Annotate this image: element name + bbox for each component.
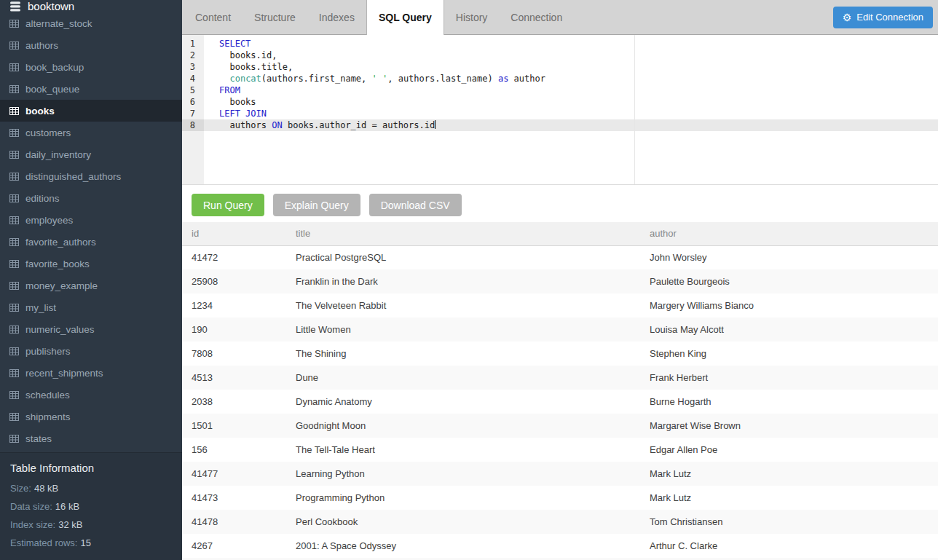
table-name: daily_inventory [25,149,91,160]
table-name: book_backup [25,62,84,73]
table-name: money_example [25,280,98,291]
gear-icon: ⚙ [843,12,852,23]
table-icon [9,282,19,290]
sidebar-item-editions[interactable]: editions [0,187,182,209]
run-query-button[interactable]: Run Query [192,194,264,216]
sidebar-item-publishers[interactable]: publishers [0,340,182,362]
table-name: shipments [25,411,71,422]
table-name: distinguished_authors [25,171,121,182]
sidebar-item-employees[interactable]: employees [0,209,182,231]
database-selector[interactable]: booktown [0,0,182,12]
table-row[interactable]: 2038Dynamic AnatomyBurne Hogarth [182,390,938,414]
sidebar-item-schedules[interactable]: schedules [0,384,182,406]
line-number: 2 [182,50,204,61]
code-line: books.id, [204,50,938,61]
sidebar-item-my_list[interactable]: my_list [0,296,182,318]
table-row[interactable]: 41478Perl CookbookTom Christiansen [182,510,938,534]
tab-content[interactable]: Content [184,0,243,34]
column-header-author[interactable]: author [640,222,938,245]
code-line: books [204,96,938,108]
sidebar-item-book_queue[interactable]: book_queue [0,78,182,100]
stat-data-size: Data size:16 kB [10,501,172,512]
tab-sql-query[interactable]: SQL Query [366,0,444,35]
stat-estimated-rows: Estimated rows:15 [10,537,172,548]
table-row[interactable]: 25908Franklin in the DarkPaulette Bourge… [182,269,938,293]
sidebar-item-shipments[interactable]: shipments [0,406,182,427]
sidebar-item-states[interactable]: states [0,427,182,449]
table-row[interactable]: 4513DuneFrank Herbert [182,366,938,390]
table-row[interactable]: 41477Learning PythonMark Lutz [182,462,938,486]
sidebar-item-authors[interactable]: authors [0,34,182,56]
sidebar-item-favorite_books[interactable]: favorite_books [0,253,182,275]
table-icon [9,216,19,224]
table-row[interactable]: 42672001: A Space OdysseyArthur C. Clark… [182,534,938,558]
table-name: publishers [25,346,71,357]
table-icon [9,194,19,202]
table-name: book_queue [25,84,79,95]
line-number: 5 [182,84,204,96]
line-number: 4 [182,73,204,84]
table-icon [9,20,19,28]
table-icon [9,107,19,115]
sidebar-item-book_backup[interactable]: book_backup [0,56,182,78]
table-name: books [25,106,55,117]
table-icon [9,369,19,377]
table-row[interactable]: 1234The Velveteen RabbitMargery Williams… [182,293,938,318]
code-line: SELECT [204,38,938,50]
table-row[interactable]: 190Little WomenLouisa May Alcott [182,318,938,342]
tab-bar: Content Structure Indexes SQL Query Hist… [182,0,938,35]
sidebar-item-daily_inventory[interactable]: daily_inventory [0,143,182,165]
column-header-title[interactable]: title [286,222,640,245]
sidebar-item-books[interactable]: books [0,100,182,122]
sidebar-item-favorite_authors[interactable]: favorite_authors [0,231,182,253]
app-window: booktown alternate_stock authors book_ba… [0,0,938,560]
table-information-panel: Table Information Size:48 kB Data size:1… [0,452,182,560]
table-row[interactable]: 7808The ShiningStephen King [182,342,938,366]
sidebar: booktown alternate_stock authors book_ba… [0,0,182,560]
sidebar-item-money_example[interactable]: money_example [0,275,182,296]
table-row[interactable]: 41472Practical PostgreSQLJohn Worsley [182,245,938,269]
sql-editor[interactable]: 1 2 3 4 5 6 7 8 SELECT books.id, books.t… [182,35,938,185]
table-icon [9,435,19,443]
table-row[interactable]: 41473Programming PythonMark Lutz [182,486,938,510]
column-header-id[interactable]: id [182,222,286,245]
results-header-row: id title author [182,222,938,245]
table-row[interactable]: 156The Tell-Tale HeartEdgar Allen Poe [182,438,938,462]
sidebar-item-recent_shipments[interactable]: recent_shipments [0,362,182,384]
code-line-active: authors ON books.author_id = authors.id [204,119,938,131]
sidebar-item-distinguished_authors[interactable]: distinguished_authors [0,165,182,187]
table-name: customers [25,127,71,138]
line-number: 6 [182,96,204,108]
table-icon [9,151,19,159]
table-name: my_list [25,302,56,313]
download-csv-button[interactable]: Download CSV [369,194,462,216]
line-number: 1 [182,38,204,50]
table-row[interactable]: 1501Goodnight MoonMargaret Wise Brown [182,414,938,438]
table-icon [9,42,19,50]
tab-connection[interactable]: Connection [499,0,574,34]
code-line: LEFT JOIN [204,108,938,119]
table-name: recent_shipments [25,368,103,379]
table-name: employees [25,215,73,226]
stat-index-size: Index size:32 kB [10,519,172,530]
table-information-title: Table Information [10,462,172,474]
table-name: schedules [25,390,70,401]
table-icon [9,413,19,421]
table-icon [9,129,19,137]
tab-indexes[interactable]: Indexes [307,0,366,34]
edit-connection-button[interactable]: ⚙ Edit Connection [833,7,933,28]
table-icon [9,304,19,312]
code-line: books.title, [204,61,938,73]
sidebar-item-numeric_values[interactable]: numeric_values [0,318,182,340]
table-icon [9,347,19,355]
explain-query-button[interactable]: Explain Query [273,194,360,216]
line-number: 3 [182,61,204,73]
results-panel: id title author 41472Practical PostgreSQ… [182,222,938,560]
sidebar-item-alternate_stock[interactable]: alternate_stock [0,12,182,34]
sidebar-item-customers[interactable]: customers [0,122,182,143]
table-icon [9,173,19,181]
table-name: authors [25,40,58,51]
table-name: states [25,433,52,444]
tab-structure[interactable]: Structure [243,0,307,34]
tab-history[interactable]: History [444,0,500,34]
